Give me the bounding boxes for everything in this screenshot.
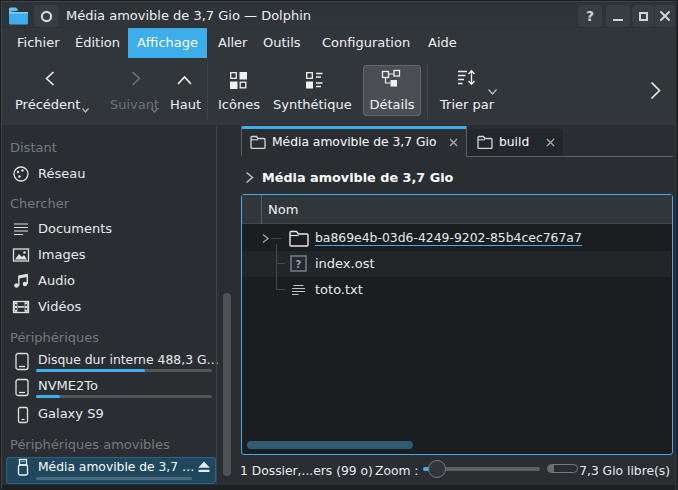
places-item-audio[interactable]: Audio — [38, 272, 75, 290]
tab-folder-icon — [250, 135, 266, 149]
column-header[interactable]: Nom — [242, 195, 672, 224]
menu-edition[interactable]: Édition — [75, 28, 120, 58]
column-header-nom[interactable]: Nom — [268, 195, 298, 224]
details-view-icon — [381, 69, 402, 89]
breadcrumb-chevron-icon[interactable] — [244, 171, 255, 184]
menu-configuration[interactable]: Configuration — [322, 28, 410, 58]
network-icon — [12, 165, 30, 183]
column-separator — [261, 195, 262, 224]
expander-icon[interactable] — [260, 233, 271, 244]
tree-line-vertical — [276, 244, 277, 289]
places-item-images[interactable]: Images — [38, 246, 86, 264]
film-icon — [12, 298, 30, 316]
sort-icon[interactable] — [456, 68, 478, 90]
places-section-amovibles: Périphériques amovibles — [10, 437, 170, 452]
places-section-distant: Distant — [10, 140, 57, 155]
status-summary: 1 Dossier,...ers (99 o) — [240, 458, 373, 484]
svg-text:?: ? — [296, 259, 302, 270]
maximize-icon — [639, 12, 648, 21]
places-item-documents[interactable]: Documents — [38, 220, 112, 238]
document-lines-icon — [12, 220, 30, 238]
back-button[interactable]: Précédent — [15, 96, 80, 114]
close-icon — [659, 10, 671, 22]
menu-affichage[interactable]: Affichage — [128, 28, 207, 58]
places-item-reseau[interactable]: Réseau — [38, 165, 85, 183]
places-item-disque-dur[interactable]: Disque dur interne 488,3 G… — [38, 351, 219, 369]
window-frame-top-highlight — [1, 1, 677, 2]
places-section-chercher: Chercher — [10, 196, 69, 211]
window-app-menu-button[interactable] — [34, 5, 58, 27]
file-name-indexost[interactable]: index.ost — [315, 251, 375, 277]
window-frame-left-highlight — [1, 1, 2, 489]
titlebar: Média amovible de 3,7 Gio — Dolphin ? — [0, 1, 678, 28]
places-scrollbar[interactable] — [223, 293, 231, 476]
help-button[interactable]: ? — [578, 5, 602, 27]
tree-line-row3 — [276, 289, 285, 290]
places-item-videos[interactable]: Vidéos — [38, 298, 81, 316]
compact-view-icon[interactable] — [305, 71, 324, 90]
toolbar-separator — [207, 64, 208, 119]
harddisk-icon — [14, 352, 32, 370]
free-space-label: 7,3 Gio libre(s) — [579, 458, 670, 484]
menu-aide[interactable]: Aide — [428, 28, 457, 58]
file-name-tototxt[interactable]: toto.txt — [315, 277, 363, 303]
zoom-slider-handle[interactable] — [428, 460, 446, 478]
compact-view-button[interactable]: Synthétique — [273, 96, 352, 114]
capacity-bar — [547, 464, 578, 473]
folder-icon — [289, 230, 309, 247]
back-dropdown-icon[interactable] — [81, 107, 90, 114]
window-frame-bottom — [0, 485, 678, 490]
toolbar — [0, 58, 678, 125]
file-view: Nom ba869e4b-03d6-4249-9202-85b4cec767a7… — [241, 194, 673, 455]
sort-dropdown-icon[interactable] — [487, 88, 498, 96]
sort-button[interactable]: Trier par — [440, 96, 494, 114]
menu-aller[interactable]: Aller — [218, 28, 247, 58]
disque-usage-bar — [36, 369, 212, 372]
help-icon: ? — [586, 8, 594, 24]
file-name-folder[interactable]: ba869e4b-03d6-4249-9202-85b4cec767a7 — [315, 225, 582, 251]
tree-line-row1 — [271, 238, 281, 239]
media-usage-bar — [36, 477, 192, 480]
tab-media-label: Média amovible de 3,7 Gio — [272, 129, 436, 156]
details-view-label: Détails — [363, 96, 421, 114]
music-note-icon — [12, 272, 30, 290]
up-icon[interactable] — [176, 74, 193, 86]
toolbar-separator-2 — [427, 64, 428, 119]
back-icon[interactable] — [42, 70, 59, 87]
image-icon — [12, 246, 30, 264]
maximize-button[interactable] — [632, 5, 654, 27]
tabbar-baseline — [466, 156, 673, 157]
toolbar-overflow-icon[interactable] — [648, 80, 663, 101]
forward-icon — [127, 70, 144, 87]
tab-close-icon[interactable] — [447, 136, 460, 149]
window-title: Média amovible de 3,7 Gio — Dolphin — [66, 7, 311, 25]
places-item-galaxy[interactable]: Galaxy S9 — [38, 405, 104, 423]
zoom-label: Zoom : — [375, 458, 419, 484]
text-file-icon — [290, 282, 307, 299]
usb-stick-icon — [15, 458, 33, 476]
icons-view-button[interactable]: Icônes — [218, 96, 260, 114]
places-item-media-label: Média amovible de 3,7 … — [38, 458, 194, 476]
icons-view-icon[interactable] — [229, 71, 248, 90]
dolphin-app-icon — [8, 6, 29, 25]
tree-line-row2 — [276, 263, 285, 264]
window-frame-top — [0, 0, 678, 1]
dolphin-window: Média amovible de 3,7 Gio — Dolphin ? Fi… — [0, 0, 678, 490]
menu-outils[interactable]: Outils — [263, 28, 301, 58]
tab-build-close-icon[interactable] — [544, 136, 557, 149]
harddisk-icon-2 — [14, 378, 32, 396]
unknown-file-icon: ? — [290, 255, 307, 272]
breadcrumb-current[interactable]: Média amovible de 3,7 Gio — [262, 169, 453, 186]
places-item-nvme[interactable]: NVME2To — [38, 377, 98, 395]
forward-dropdown-icon — [150, 107, 159, 114]
nvme-usage-bar — [36, 395, 212, 398]
smartphone-icon — [15, 406, 33, 424]
menu-fichier[interactable]: Fichier — [17, 28, 60, 58]
minimize-button[interactable] — [606, 5, 630, 27]
panel-separator — [216, 126, 217, 484]
window-frame-left — [0, 0, 1, 490]
eject-icon[interactable] — [197, 461, 211, 473]
close-button[interactable] — [655, 5, 675, 27]
horizontal-scrollbar[interactable] — [247, 441, 413, 449]
up-button[interactable]: Haut — [170, 96, 201, 114]
